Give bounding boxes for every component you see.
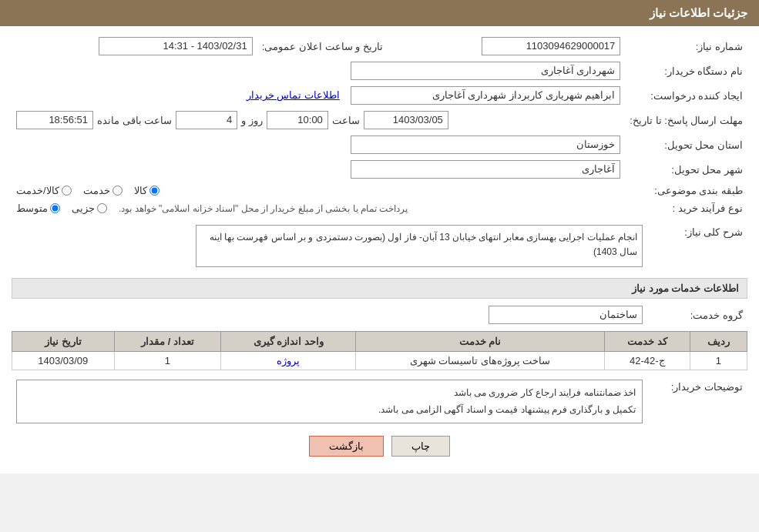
process-radio-partial[interactable]: جزیی bbox=[72, 202, 107, 214]
description-label: شرح کلی نیاز: bbox=[647, 222, 747, 270]
days-label: روز و bbox=[241, 115, 263, 126]
process-radios: متوسط جزیی پرداخت تمام یا بخشی از مبلغ خ… bbox=[12, 199, 625, 217]
remaining-label: ساعت باقی مانده bbox=[97, 115, 172, 126]
province-input: خوزستان bbox=[351, 136, 620, 154]
city-row: شهر محل تحویل: آغاجاری bbox=[12, 157, 747, 182]
services-table: ردیف کد خدمت نام خدمت واحد اندازه گیری ت… bbox=[12, 331, 747, 370]
col-row-num: ردیف bbox=[690, 332, 747, 352]
buyer-notes-value: اخذ ضمانتنامه فرایند ارجاع کار ضروری می … bbox=[12, 376, 647, 427]
province-value: خوزستان bbox=[12, 132, 625, 157]
col-need-date: تاریخ نیاز bbox=[12, 332, 115, 352]
category-radio2-label: خدمت bbox=[83, 185, 110, 196]
remaining-time-input: 18:56:51 bbox=[16, 111, 93, 129]
process-description: پرداخت تمام یا بخشی از مبلغ خریدار از مح… bbox=[119, 203, 408, 214]
col-unit: واحد اندازه گیری bbox=[221, 332, 356, 352]
print-button[interactable]: چاپ bbox=[391, 436, 450, 457]
province-row: استان محل تحویل: خوزستان bbox=[12, 132, 747, 157]
date-label: مهلت ارسال پاسخ: تا تاریخ: bbox=[625, 108, 747, 132]
description-table: شرح کلی نیاز: انجام عملیات اجرایی بهسازی… bbox=[12, 222, 747, 270]
page-header: جزئیات اطلاعات نیاز bbox=[0, 0, 759, 26]
category-label: طبقه بندی موضوعی: bbox=[625, 182, 747, 199]
requester-row: ایجاد کننده درخواست: ابراهیم شهریاری کار… bbox=[12, 83, 747, 108]
date-input: 1403/03/05 bbox=[364, 111, 448, 129]
buyer-notes-box: اخذ ضمانتنامه فرایند ارجاع کار ضروری می … bbox=[16, 380, 643, 423]
buyer-org-input: شهرداری آغاجاری bbox=[351, 62, 620, 80]
date-value: 18:56:51 ساعت باقی مانده 4 روز و 10:00 س… bbox=[12, 108, 625, 132]
description-row: شرح کلی نیاز: انجام عملیات اجرایی بهسازی… bbox=[12, 222, 747, 270]
category-radio-goods-services[interactable]: کالا/خدمت bbox=[16, 185, 72, 196]
cell-service-code: ج-42-42 bbox=[604, 352, 690, 370]
city-value: آغاجاری bbox=[12, 157, 625, 182]
requester-label: ایجاد کننده درخواست: bbox=[625, 83, 747, 108]
category-radios: کالا/خدمت خدمت کالا bbox=[12, 182, 625, 199]
requester-link[interactable]: اطلاعات تماس خریدار bbox=[247, 89, 340, 101]
page-title: جزئیات اطلاعات نیاز bbox=[650, 6, 747, 19]
process-radio2-input[interactable] bbox=[50, 203, 60, 213]
services-table-head: ردیف کد خدمت نام خدمت واحد اندازه گیری ت… bbox=[12, 332, 747, 352]
process-radio1-label: جزیی bbox=[72, 202, 95, 214]
table-row: 1 ج-42-42 ساخت پروژه‌های تاسیسات شهری پر… bbox=[12, 352, 747, 370]
service-group-table: گروه خدمت: ساختمان bbox=[12, 303, 747, 327]
need-number-input: 1103094629000017 bbox=[482, 37, 620, 55]
services-section-title: اطلاعات خدمات مورد نیاز bbox=[12, 278, 747, 299]
province-label: استان محل تحویل: bbox=[625, 132, 747, 157]
description-text: انجام عملیات اجرایی بهسازی معابر انتهای … bbox=[210, 232, 637, 257]
buyer-org-row: نام دستگاه خریدار: شهرداری آغاجاری bbox=[12, 59, 747, 83]
service-group-row: گروه خدمت: ساختمان bbox=[12, 303, 747, 327]
content-area: شماره نیاز: 1103094629000017 تاریخ و ساع… bbox=[0, 26, 759, 473]
description-box: انجام عملیات اجرایی بهسازی معابر انتهای … bbox=[196, 225, 643, 267]
category-radio1-input[interactable] bbox=[149, 186, 160, 196]
buyer-notes-line1: اخذ ضمانتنامه فرایند ارجاع کار ضروری می … bbox=[23, 385, 636, 402]
time-input: 10:00 bbox=[267, 111, 328, 129]
services-table-header-row: ردیف کد خدمت نام خدمت واحد اندازه گیری ت… bbox=[12, 332, 747, 352]
category-radio-service[interactable]: خدمت bbox=[83, 185, 123, 196]
need-number-row: شماره نیاز: 1103094629000017 تاریخ و ساع… bbox=[12, 34, 747, 59]
service-group-label: گروه خدمت: bbox=[647, 303, 747, 327]
buyer-org-value: شهرداری آغاجاری bbox=[12, 59, 625, 83]
category-radio1-label: کالا bbox=[134, 185, 147, 196]
days-input: 4 bbox=[176, 111, 237, 129]
col-service-code: کد خدمت bbox=[604, 332, 690, 352]
time-label: ساعت bbox=[332, 115, 360, 126]
announce-label: تاریخ و ساعت اعلان عمومی: bbox=[257, 34, 388, 59]
requester-input: ابراهیم شهریاری کاربرداز شهرداری آغاجاری bbox=[351, 86, 620, 105]
process-radio-medium[interactable]: متوسط bbox=[16, 202, 60, 214]
cell-quantity: 1 bbox=[114, 352, 221, 370]
category-radio-goods[interactable]: کالا bbox=[134, 185, 160, 196]
announce-input: 1403/02/31 - 14:31 bbox=[99, 37, 253, 55]
back-button[interactable]: بازگشت bbox=[309, 436, 384, 457]
services-table-body: 1 ج-42-42 ساخت پروژه‌های تاسیسات شهری پر… bbox=[12, 352, 747, 370]
date-row: مهلت ارسال پاسخ: تا تاریخ: 18:56:51 ساعت… bbox=[12, 108, 747, 132]
process-label: نوع فرآیند خرید : bbox=[625, 199, 747, 217]
cell-row-num: 1 bbox=[690, 352, 747, 370]
need-number-value: 1103094629000017 bbox=[403, 34, 626, 59]
buyer-notes-table: توضیحات خریدار: اخذ ضمانتنامه فرایند ارج… bbox=[12, 376, 747, 427]
description-value: انجام عملیات اجرایی بهسازی معابر انتهای … bbox=[12, 222, 647, 270]
city-input: آغاجاری bbox=[351, 160, 620, 179]
requester-value: ابراهیم شهریاری کاربرداز شهرداری آغاجاری… bbox=[12, 83, 625, 108]
buyer-notes-line2: تکمیل و بارگذاری فرم پیشنهاد قیمت و اسنا… bbox=[23, 402, 636, 419]
category-radio3-label: کالا/خدمت bbox=[16, 185, 59, 196]
category-radio3-input[interactable] bbox=[62, 186, 72, 196]
page-wrapper: جزئیات اطلاعات نیاز شماره نیاز: 11030946… bbox=[0, 0, 759, 473]
need-number-label: شماره نیاز: bbox=[625, 34, 747, 59]
buyer-notes-row: توضیحات خریدار: اخذ ضمانتنامه فرایند ارج… bbox=[12, 376, 747, 427]
cell-unit: پروژه bbox=[221, 352, 356, 370]
cell-service-name: ساخت پروژه‌های تاسیسات شهری bbox=[356, 352, 605, 370]
service-group-input: ساختمان bbox=[489, 306, 643, 324]
service-group-value: ساختمان bbox=[12, 303, 647, 327]
city-label: شهر محل تحویل: bbox=[625, 157, 747, 182]
process-radio2-label: متوسط bbox=[16, 202, 48, 214]
process-radio1-input[interactable] bbox=[97, 203, 107, 213]
buyer-org-label: نام دستگاه خریدار: bbox=[625, 59, 747, 83]
process-row: نوع فرآیند خرید : متوسط جزیی پرداخت تمام… bbox=[12, 199, 747, 217]
col-service-name: نام خدمت bbox=[356, 332, 605, 352]
category-row: طبقه بندی موضوعی: کالا/خدمت خدمت کالا bbox=[12, 182, 747, 199]
announce-value: 1403/02/31 - 14:31 bbox=[12, 34, 257, 59]
bottom-buttons: چاپ بازگشت bbox=[12, 427, 747, 466]
main-info-table: شماره نیاز: 1103094629000017 تاریخ و ساع… bbox=[12, 34, 747, 217]
cell-need-date: 1403/03/09 bbox=[12, 352, 115, 370]
buyer-notes-label: توضیحات خریدار: bbox=[647, 376, 747, 427]
col-quantity: تعداد / مقدار bbox=[114, 332, 221, 352]
category-radio2-input[interactable] bbox=[113, 186, 123, 196]
